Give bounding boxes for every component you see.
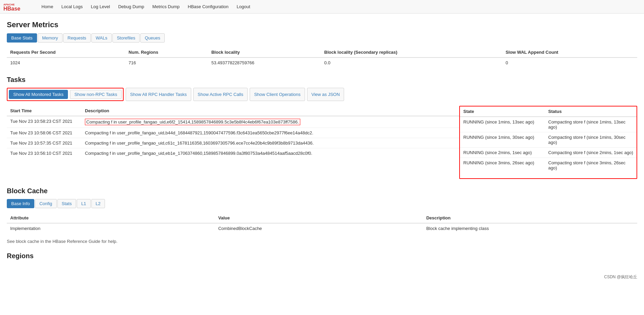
block-cache-tabs: Base Info Config Stats L1 L2 [7,199,637,208]
col-description: Description [82,106,459,116]
task-3-start-time: Tue Nov 23 10:57:35 CST 2021 [7,138,82,148]
btn-show-client-ops[interactable]: Show Client Operations [250,88,305,101]
nav-log-level[interactable]: Log Level [87,0,114,14]
col-requests-per-second: Requests Per Second [7,47,125,57]
nav-local-logs[interactable]: Local Logs [57,0,87,14]
btn-show-non-rpc[interactable]: Show non-RPC Tasks [70,90,122,99]
block-cache-help: See block cache in the HBase Reference G… [7,239,637,244]
col-start-time: Start Time [7,106,82,116]
logo: APACHE HBase [3,2,31,12]
state-status-highlight-box: State Status RUNNING (since 1mins, 13sec… [459,106,637,179]
task-1-state: RUNNING (since 1mins, 13sec ago) [460,117,545,132]
navbar: APACHE HBase Home Local Logs Log Level D… [0,0,644,14]
tab-wals[interactable]: WALs [91,33,112,43]
nav-metrics-dump[interactable]: Metrics Dump [148,0,184,14]
task-state-row-1: RUNNING (since 1mins, 13sec ago) Compact… [460,117,637,132]
btn-show-all-monitored[interactable]: Show All Monitored Tasks [9,90,68,99]
val-num-regions: 716 [125,57,208,68]
nav-links: Home Local Logs Log Level Debug Dump Met… [37,0,254,14]
task-1-status: Compacting store f (since 1mins, 13sec a… [545,117,637,132]
val-requests-per-second: 1024 [7,57,125,68]
task-2-state: RUNNING (since 1mins, 30sec ago) [460,132,545,148]
server-metrics-title: Server Metrics [7,20,637,29]
tab-l1[interactable]: L1 [77,199,90,208]
tab-requests[interactable]: Requests [63,33,91,43]
btn-view-as-json[interactable]: View as JSON [307,88,344,101]
tasks-btn-highlight-box: Show All Monitored Tasks Show non-RPC Ta… [7,88,124,101]
task-button-bar: Show All Monitored Tasks Show non-RPC Ta… [7,88,637,101]
task-2-start-time: Tue Nov 23 10:58:06 CST 2021 [7,128,82,138]
nav-logout[interactable]: Logout [233,0,254,14]
col-value: Value [215,213,423,223]
hbase-logo-svg: APACHE HBase [3,2,31,12]
task-1-description: Compacting f in user_profile_fangao_uid,… [82,116,459,128]
task-2-status: Compacting store f (since 1mins, 30sec a… [545,132,637,148]
nav-debug-dump[interactable]: Debug Dump [114,0,148,14]
bc-description-1: Block cache implementing class [423,223,637,233]
tasks-right-table: State Status RUNNING (since 1mins, 13sec… [460,106,637,173]
col-bc-description: Description [423,213,637,223]
btn-show-all-rpc-handler[interactable]: Show All RPC Handler Tasks [126,88,191,101]
col-num-regions: Num. Regions [125,47,208,57]
task-state-row-4: RUNNING (since 3mins, 26sec ago) Compact… [460,158,637,173]
tasks-title: Tasks [7,76,637,84]
tasks-left-cols: Start Time Description Tue Nov 23 10:58:… [7,106,459,179]
server-metrics-table: Requests Per Second Num. Regions Block l… [7,47,637,68]
btn-show-active-rpc-calls[interactable]: Show Active RPC Calls [193,88,248,101]
block-cache-title: Block Cache [7,187,637,195]
main-content: Server Metrics Base Stats Memory Request… [0,14,644,271]
block-cache-table: Attribute Value Description Implementati… [7,213,637,233]
col-state: State [460,106,545,117]
col-block-locality: Block locality [208,47,321,57]
task-4-state: RUNNING (since 3mins, 26sec ago) [460,158,545,173]
val-block-locality-secondary: 0.0 [321,57,502,68]
bc-attribute-1: Implementation [7,223,215,233]
server-metrics-section: Server Metrics Base Stats Memory Request… [7,20,637,68]
footer-text: CSDN @疯狂哈丘 [604,275,637,279]
tasks-left-table: Start Time Description Tue Nov 23 10:58:… [7,106,459,158]
server-metrics-row: 1024 716 53.493778228759766 0.0 0 [7,57,637,68]
nav-home[interactable]: Home [37,0,57,14]
nav-hbase-config[interactable]: HBase Configuration [184,0,233,14]
tab-storefiles[interactable]: Storefiles [112,33,140,43]
tab-base-info[interactable]: Base Info [7,199,34,208]
col-status: Status [545,106,637,117]
task-row-3: Tue Nov 23 10:57:35 CST 2021 Compacting … [7,138,459,148]
col-slow-wal: Slow WAL Append Count [502,47,637,57]
tab-stats[interactable]: Stats [57,199,76,208]
tab-queues[interactable]: Queues [140,33,165,43]
tab-base-stats[interactable]: Base Stats [7,33,37,43]
regions-title: Regions [7,252,637,260]
task-4-start-time: Tue Nov 23 10:56:10 CST 2021 [7,148,82,159]
svg-text:HBase: HBase [3,5,20,11]
task-1-start-time: Tue Nov 23 10:58:23 CST 2021 [7,116,82,128]
val-block-locality: 53.493778228759766 [208,57,321,68]
bc-value-1: CombinedBlockCache [215,223,423,233]
task-4-status: Compacting store f (since 3mins, 26sec a… [545,158,637,173]
tab-l2[interactable]: L2 [91,199,105,208]
task-row-2: Tue Nov 23 10:58:06 CST 2021 Compacting … [7,128,459,138]
task-4-description: Compacting f in user_profile_fangao_uid,… [82,148,459,159]
task-3-state: RUNNING (since 2mins, 1sec ago) [460,148,545,158]
task-2-description: Compacting f in user_profile_fangao_uid,… [82,128,459,138]
col-attribute: Attribute [7,213,215,223]
tab-memory[interactable]: Memory [38,33,62,43]
footer: CSDN @疯狂哈丘 [0,271,644,283]
task-state-row-3: RUNNING (since 2mins, 1sec ago) Compacti… [460,148,637,158]
val-slow-wal: 0 [502,57,637,68]
task-1-desc-highlight: Compacting f in user_profile_fangao_uid,… [85,119,300,125]
task-state-row-2: RUNNING (since 1mins, 30sec ago) Compact… [460,132,637,148]
block-cache-row-1: Implementation CombinedBlockCache Block … [7,223,637,233]
task-row-1: Tue Nov 23 10:58:23 CST 2021 Compacting … [7,116,459,128]
tab-config[interactable]: Config [35,199,57,208]
col-block-locality-secondary: Block locality (Secondary replicas) [321,47,502,57]
server-metrics-tabs: Base Stats Memory Requests WALs Storefil… [7,33,637,43]
task-3-status: Compacting store f (since 2mins, 1sec ag… [545,148,637,158]
block-cache-section: Block Cache Base Info Config Stats L1 L2… [7,187,637,244]
tasks-section: Tasks Show All Monitored Tasks Show non-… [7,76,637,179]
regions-section: Regions [7,252,637,260]
task-3-description: Compacting f in user_profile_fangao_uid,… [82,138,459,148]
task-row-4: Tue Nov 23 10:56:10 CST 2021 Compacting … [7,148,459,159]
tasks-table-container: Start Time Description Tue Nov 23 10:58:… [7,106,637,179]
